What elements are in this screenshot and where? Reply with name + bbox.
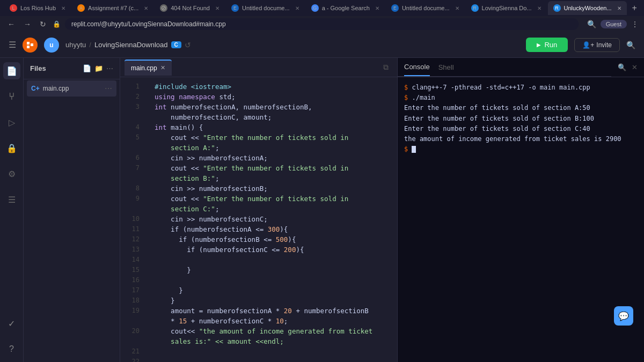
sidebar-help-icon[interactable]: ?	[3, 341, 20, 358]
file-item-main-cpp[interactable]: C+ main.cpp ⋯	[27, 80, 116, 97]
invite-icon: 👤+	[582, 41, 594, 49]
run-play-icon: ▶	[537, 42, 541, 48]
menu-icon[interactable]: ⋮	[631, 20, 639, 28]
new-folder-icon[interactable]: 📁	[94, 64, 103, 72]
code-line-10: cin >> numberofsectionC;	[146, 214, 397, 224]
editor-tab-main-cpp[interactable]: main.cpp ✕	[125, 60, 172, 76]
tab-favicon: ⊘	[160, 4, 167, 12]
tab-label: Untitled docume...	[402, 5, 450, 11]
tab-close-icon[interactable]: ✕	[375, 5, 379, 11]
editor-area: main.cpp ✕ ⧉ 1 2 3 4 5 6 7 8	[120, 58, 397, 362]
tab-close-icon[interactable]: ✕	[215, 5, 219, 11]
sidebar-icons: 📄 ⑂ ▷ 🔒 ⚙ ☰ ✓ ?	[0, 58, 24, 362]
invite-button[interactable]: 👤+ Invite	[574, 38, 620, 52]
console-line-4: Enter the number of tickets sold of sect…	[404, 114, 638, 124]
tab-bar: L Los Rios Hub ✕ A Assignment #7 (c... ✕…	[0, 0, 644, 16]
sidebar-files-icon[interactable]: 📄	[3, 62, 20, 79]
console-line-3: Enter the number of tickets sold of sect…	[404, 103, 638, 113]
console-search-icon[interactable]: 🔍	[618, 63, 626, 71]
code-line-19b: * 15 + numberofsectionC * 10;	[146, 316, 397, 326]
code-line-16	[146, 275, 397, 285]
tab-untitled1[interactable]: E Untitled docume... ✕	[226, 1, 305, 15]
tab-label: LovingSienna Do...	[482, 5, 532, 11]
tab-close-icon[interactable]: ✕	[61, 5, 65, 11]
tab-los-rios[interactable]: L Los Rios Hub ✕	[4, 1, 71, 15]
code-line-21	[146, 346, 397, 357]
run-label: Run	[544, 41, 557, 49]
tab-close-icon[interactable]: ✕	[455, 5, 459, 11]
tab-label: Assignment #7 (c...	[88, 5, 138, 11]
tab-close-icon[interactable]: ✕	[617, 5, 621, 11]
url-input[interactable]	[65, 18, 579, 30]
tab-close-icon[interactable]: ✕	[144, 5, 148, 11]
file-panel: Files 📄 📁 ⋯ C+ main.cpp ⋯	[24, 58, 120, 362]
new-tab-button[interactable]: +	[628, 3, 641, 13]
code-line-2: using namespace std;	[146, 92, 397, 102]
console-close-icon[interactable]: ✕	[632, 63, 638, 71]
tab-favicon: R	[471, 4, 479, 12]
console-tabs: Console Shell	[398, 58, 611, 77]
code-line-17: }	[146, 285, 397, 295]
code-line-20b: sales is:" << amount <<endl;	[146, 336, 397, 346]
more-options-icon[interactable]: ⋯	[106, 64, 113, 72]
history-icon[interactable]: ↺	[185, 41, 191, 49]
line-numbers: 1 2 3 4 5 6 7 8 9 10 11 12 13	[120, 77, 146, 362]
tab-label: a - Google Search	[322, 5, 370, 11]
code-lines[interactable]: #include <iostream> using namespace std;…	[146, 77, 397, 362]
browser-actions: 🔍 Guest ⋮	[587, 20, 639, 28]
main-area: 📄 ⑂ ▷ 🔒 ⚙ ☰ ✓ ? Files 📄 📁 ⋯ C+ main.cpp	[0, 58, 644, 362]
guest-button[interactable]: Guest	[601, 20, 627, 28]
sidebar-settings-icon[interactable]: ⚙	[3, 165, 20, 182]
collapse-icon[interactable]: ⧉	[379, 63, 393, 72]
file-panel-header: Files 📄 📁 ⋯	[24, 58, 120, 79]
tab-google[interactable]: G a - Google Search ✕	[306, 1, 385, 15]
file-item-menu-icon[interactable]: ⋯	[105, 84, 112, 93]
tab-404[interactable]: ⊘ 404 Not Found ✕	[155, 1, 225, 15]
tab-unlucky-wooden[interactable]: R UnluckyWooden... ✕	[548, 1, 627, 15]
code-line-9b: section C:";	[146, 204, 397, 214]
code-line-5b: section A:";	[146, 143, 397, 153]
forward-button[interactable]: →	[21, 19, 33, 29]
tab-close-icon[interactable]: ✕	[295, 5, 299, 11]
tab-assignment[interactable]: A Assignment #7 (c... ✕	[72, 1, 153, 15]
chat-button[interactable]: 💬	[614, 306, 633, 326]
reload-button[interactable]: ↻	[38, 19, 48, 29]
code-line-11: if (numberofsectionA <= 300){	[146, 224, 397, 234]
editor-content: 1 2 3 4 5 6 7 8 9 10 11 12 13	[120, 77, 397, 362]
code-line-5: cout << "Enter the number of tickets sol…	[146, 132, 397, 143]
console-line-1: $ clang++-7 -pthread -std=c++17 -o main …	[404, 83, 638, 93]
hamburger-menu[interactable]: ☰	[9, 40, 16, 50]
breadcrumb-repl[interactable]: LovingSiennaDownload	[94, 41, 168, 49]
sidebar-db-icon[interactable]: ☰	[3, 191, 20, 208]
tab-untitled2[interactable]: E Untitled docume... ✕	[386, 1, 465, 15]
tab-favicon: A	[77, 4, 85, 12]
console-tab-console[interactable]: Console	[404, 58, 430, 76]
tab-loving-sienna[interactable]: R LovingSienna Do... ✕	[466, 1, 547, 15]
code-line-6: cin >> numberofsectionA;	[146, 153, 397, 163]
console-header: Console Shell 🔍 ✕	[398, 58, 644, 77]
tab-label: 404 Not Found	[171, 5, 210, 11]
search-icon-top[interactable]: 🔍	[626, 41, 635, 49]
sidebar-check-icon[interactable]: ✓	[3, 315, 20, 332]
breadcrumb-user[interactable]: uhyytu	[65, 41, 86, 49]
console-tab-shell[interactable]: Shell	[438, 58, 454, 76]
code-line-18: }	[146, 295, 397, 306]
code-line-12: if (numberofsectionB <= 500){	[146, 234, 397, 245]
svg-rect-0	[27, 42, 30, 45]
breadcrumb-separator: /	[89, 41, 91, 49]
console-line-prompt: $	[404, 144, 638, 154]
run-button[interactable]: ▶ Run	[526, 38, 568, 52]
sidebar-lock-icon[interactable]: 🔒	[3, 139, 20, 157]
address-bar: ← → ↻ 🔒 🔍 Guest ⋮	[0, 16, 644, 32]
editor-tab-close-icon[interactable]: ✕	[160, 64, 165, 71]
code-line-3: int numberofsectionA, numberofsectionB,	[146, 102, 397, 112]
code-line-4: int main() {	[146, 122, 397, 132]
tab-close-icon[interactable]: ✕	[537, 5, 541, 11]
back-button[interactable]: ←	[5, 19, 17, 29]
new-file-icon[interactable]: 📄	[83, 64, 91, 72]
code-line-22	[146, 357, 397, 362]
sidebar-git-icon[interactable]: ⑂	[3, 88, 20, 105]
profile-search-icon[interactable]: 🔍	[587, 20, 596, 28]
console-content: $ clang++-7 -pthread -std=c++17 -o main …	[398, 77, 644, 334]
sidebar-run-icon[interactable]: ▷	[3, 114, 20, 131]
